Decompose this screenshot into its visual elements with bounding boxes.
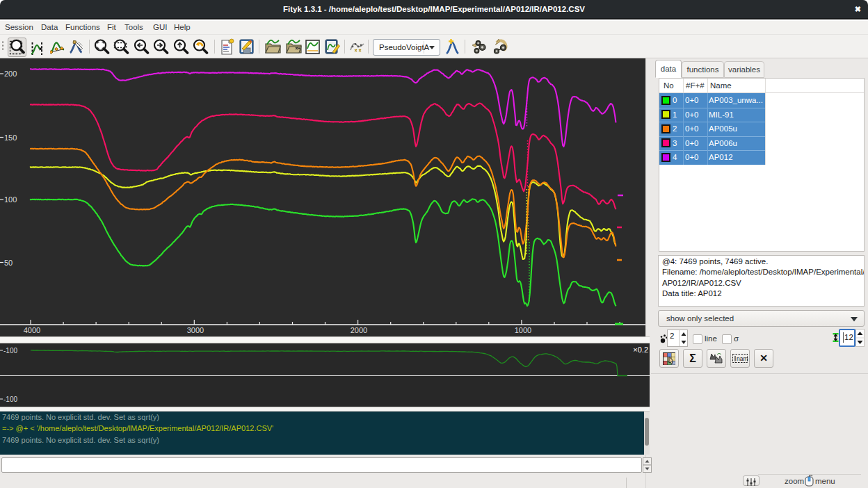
svg-text:100: 100 <box>4 195 17 204</box>
svg-text:2000: 2000 <box>351 326 367 334</box>
svg-text:3000: 3000 <box>187 326 204 334</box>
svg-text:nam: nam <box>737 355 748 362</box>
svg-text:50: 50 <box>4 259 13 267</box>
svg-text:-100: -100 <box>3 347 17 355</box>
svg-text:1000: 1000 <box>515 326 531 334</box>
svg-text:200: 200 <box>4 70 17 78</box>
svg-text:150: 150 <box>4 133 17 142</box>
svg-text:4000: 4000 <box>24 326 40 334</box>
svg-text:×0.2: ×0.2 <box>633 345 648 354</box>
svg-text:-100: -100 <box>3 396 17 403</box>
